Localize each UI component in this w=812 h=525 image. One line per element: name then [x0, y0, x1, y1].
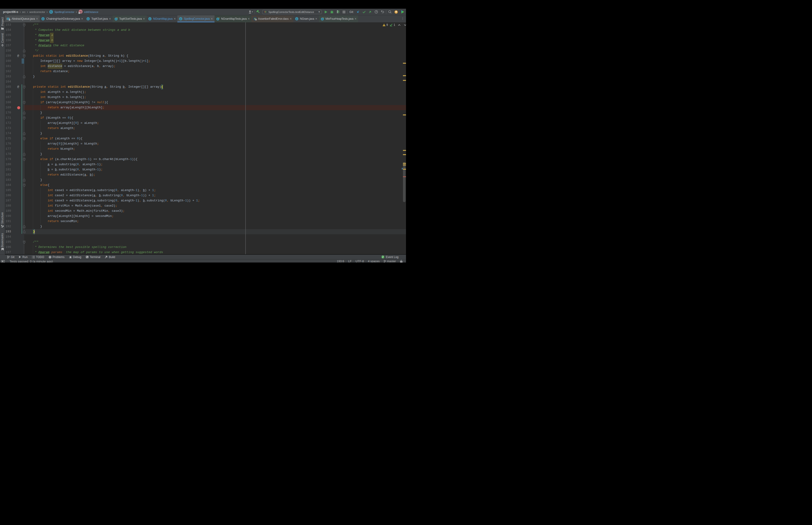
svg-text:C: C — [50, 11, 52, 13]
svg-text:C: C — [149, 18, 151, 20]
svg-text:C: C — [322, 18, 323, 20]
svg-text:C: C — [116, 18, 117, 20]
svg-text:C: C — [217, 18, 219, 20]
svg-text:C: C — [42, 18, 44, 20]
svg-text:C: C — [296, 18, 298, 20]
svg-text:C: C — [180, 18, 182, 20]
svg-text:C: C — [88, 18, 89, 20]
